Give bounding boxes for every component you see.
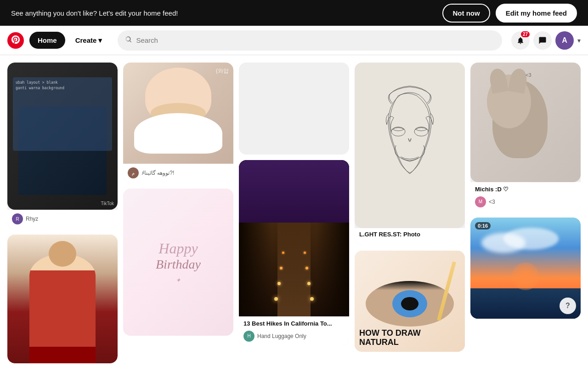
pins-grid: ubah layout > blankganti warna backgroun…: [7, 63, 581, 363]
pin-info: 13 Best Hikes In California To... H Hand…: [239, 316, 349, 346]
notifications-button[interactable]: 27: [511, 31, 530, 50]
account-chevron-button[interactable]: ▾: [577, 37, 581, 44]
pin-info: م ﾒﺗﻮﻭﻫﻪ ﮔﺎﺋﯿﻨﺎ?!: [123, 164, 233, 183]
pin-image: <3: [470, 63, 581, 182]
nav-right-icons: 27 A ▾: [511, 31, 581, 50]
birthday-text: Happy Birthday ✦: [156, 240, 201, 284]
pin-author: م ﾒﺗﻮﻭﻫﻪ ﮔﺎﺋﯿﻨﺎ?!: [128, 167, 229, 178]
pin-author: H Hand Luggage Only: [243, 331, 345, 342]
pin-title: L.GHT RES.ST: Photo: [359, 231, 460, 239]
svg-point-0: [391, 127, 405, 136]
pin-info: R Rhyz: [7, 210, 118, 229]
pin-image: Happy Birthday ✦: [123, 189, 233, 336]
not-now-button[interactable]: Not now: [442, 4, 490, 23]
pin-card[interactable]: L.GHT RES.ST: Photo: [355, 63, 465, 245]
navbar: Home Create ▾ 27 A ▾: [0, 26, 588, 55]
pin-card[interactable]: [7, 235, 118, 363]
author-name: <3: [489, 199, 495, 205]
pin-image: [239, 160, 349, 316]
main-feed: ubah layout > blankganti warna backgroun…: [0, 55, 588, 384]
pinterest-logo[interactable]: [7, 32, 24, 49]
author-avatar: R: [12, 213, 23, 224]
help-button[interactable]: ?: [560, 298, 576, 314]
pin-image: ubah layout > blankganti warna backgroun…: [7, 63, 118, 210]
author-avatar: م: [128, 167, 139, 178]
author-name: ﾒﺗﻮﻭﻫﻪ ﮔﺎﺋﯿﻨﺎ?!: [141, 170, 174, 176]
author-name: Rhyz: [26, 216, 38, 222]
pin-author: R Rhyz: [12, 213, 113, 224]
pin-image: [355, 63, 465, 228]
author-name: Hand Luggage Only: [257, 333, 306, 339]
korean-text-overlay: (와압: [216, 67, 229, 75]
pin-info: Michis :D ♡ M <3: [470, 182, 581, 212]
pin-card[interactable]: 13 Best Hikes In California To... H Hand…: [239, 160, 349, 346]
eyebrow-card-text: HOW TO DRAWNATURAL: [359, 329, 460, 347]
user-avatar-button[interactable]: A: [555, 31, 574, 50]
author-avatar: M: [475, 196, 486, 207]
pin-card[interactable]: 0:16 ?: [470, 218, 581, 319]
search-icon: [125, 36, 132, 45]
svg-point-1: [414, 127, 428, 136]
banner-text: See anything you don't like? Let's edit …: [11, 9, 178, 17]
pin-image: 0:16 ?: [470, 218, 581, 319]
chevron-down-icon: ▾: [98, 36, 102, 45]
search-bar: [118, 30, 502, 51]
author-avatar: H: [243, 331, 254, 342]
pin-card[interactable]: (와압 م ﾒﺗﻮﻭﻫﻪ ﮔﺎﺋﯿﻨﺎ?!: [123, 63, 233, 183]
notification-badge: 27: [521, 31, 530, 37]
pin-image: HOW TO DRAWNATURAL: [355, 251, 465, 352]
edit-feed-button[interactable]: Edit my home feed: [496, 4, 577, 23]
pin-card[interactable]: ubah layout > blankganti warna backgroun…: [7, 63, 118, 229]
pin-image: [7, 235, 118, 363]
pin-title: Michis :D ♡: [475, 186, 576, 194]
pin-card[interactable]: [239, 63, 349, 155]
pin-card[interactable]: Happy Birthday ✦: [123, 189, 233, 336]
video-time-badge: 0:16: [475, 222, 491, 229]
pin-image-loading: [239, 63, 349, 155]
messages-button[interactable]: [533, 31, 552, 50]
tiktok-watermark: TikTok: [101, 201, 114, 206]
search-input[interactable]: [136, 36, 495, 44]
create-button[interactable]: Create ▾: [69, 32, 109, 49]
pin-author: M <3: [475, 196, 576, 207]
pin-title: 13 Best Hikes In California To...: [243, 320, 345, 328]
pin-card[interactable]: <3 Michis :D ♡ M <3: [470, 63, 581, 212]
home-feed-banner: See anything you don't like? Let's edit …: [0, 0, 588, 26]
pin-info: L.GHT RES.ST: Photo: [355, 228, 465, 245]
pin-image: (와압: [123, 63, 233, 164]
home-button[interactable]: Home: [29, 32, 65, 49]
banner-actions: Not now Edit my home feed: [442, 4, 577, 23]
pin-card[interactable]: HOW TO DRAWNATURAL: [355, 251, 465, 352]
